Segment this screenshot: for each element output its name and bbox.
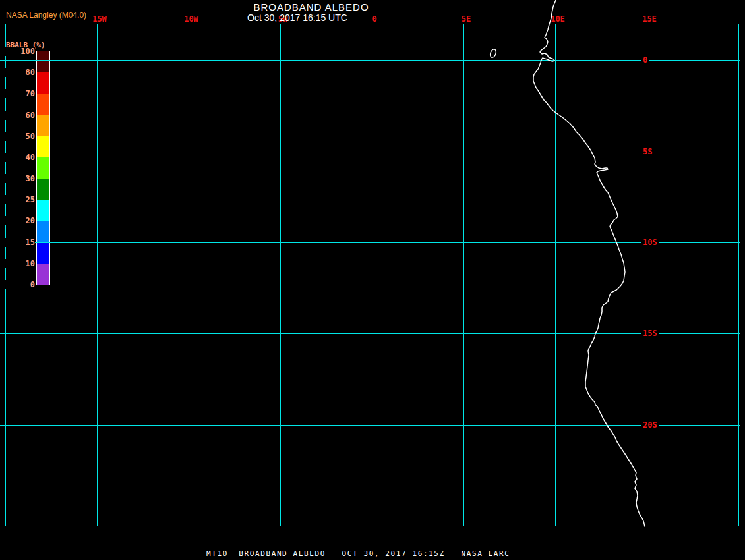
map-canvas: NASA Langley (M04.0) BROADBAND ALBEDO Oc… xyxy=(0,0,745,560)
page-title: BROADBAND ALBEDO xyxy=(253,1,369,13)
footer-caption: MT10 BROADBAND ALBEDO OCT 30, 2017 16:15… xyxy=(206,549,510,558)
timestamp-label: Oct 30, 2017 16:15 UTC xyxy=(247,13,347,23)
coastline-layer xyxy=(0,0,745,560)
coastline xyxy=(533,0,645,526)
island-outline xyxy=(489,49,497,59)
source-label: NASA Langley (M04.0) xyxy=(6,11,86,20)
